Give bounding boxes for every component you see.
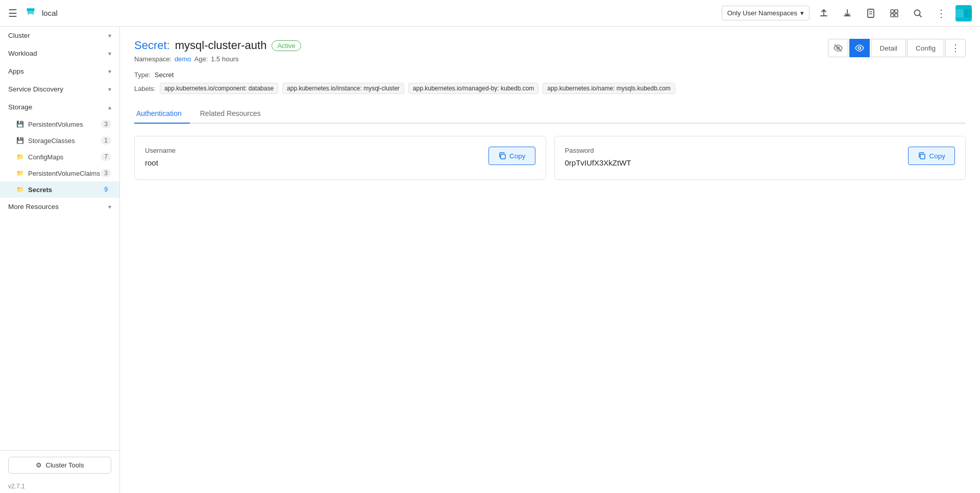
grid-button[interactable] [885, 4, 903, 22]
label-tag-0: app.kubernetes.io/component: database [160, 83, 278, 94]
chevron-down-icon: ▾ [108, 32, 111, 39]
page-title-area: Secret: mysql-cluster-auth Active Namesp… [134, 39, 301, 63]
logo-icon [23, 5, 38, 22]
page-title: Secret: mysql-cluster-auth Active [134, 39, 301, 52]
sidebar-label-pvc: PersistentVolumeClaims [28, 170, 100, 177]
sidebar-item-cluster[interactable]: Cluster ▾ [0, 27, 119, 44]
age-value: 1.5 hours [211, 55, 238, 63]
folder-icon: 📁 [16, 186, 24, 193]
label-tag-2: app.kubernetes.io/managed-by: kubedb.com [408, 83, 539, 94]
tab-related-resources[interactable]: Related Resources [198, 104, 269, 124]
hide-button[interactable] [828, 39, 848, 57]
secret-cards: Username root Copy Password 0rpTvIUfX3Xk… [134, 136, 966, 180]
sidebar-item-more-resources[interactable]: More Resources ▾ [0, 198, 119, 216]
copy-password-button[interactable]: Copy [908, 147, 955, 165]
more-actions-button[interactable]: ⋮ [945, 39, 966, 57]
copy-password-label: Copy [929, 152, 945, 160]
namespace-selector-label: Only User Namespaces [727, 9, 797, 17]
age-label: Age: [194, 55, 208, 63]
main-content: Secret: mysql-cluster-auth Active Namesp… [120, 27, 980, 493]
svg-rect-10 [891, 14, 894, 17]
labels-label: Labels: [134, 85, 156, 92]
svg-rect-9 [895, 10, 898, 13]
folder-icon: 📁 [16, 170, 24, 177]
config-button[interactable]: Config [907, 39, 944, 57]
sidebar-bottom: ⚙ Cluster Tools [0, 450, 119, 480]
sidebar-item-config-maps[interactable]: 📁 ConfigMaps 7 [0, 149, 119, 165]
svg-rect-17 [501, 154, 505, 159]
password-value: 0rpTvIUfX3XkZtWT [565, 158, 631, 167]
version-text: v2.7.1 [0, 480, 119, 493]
tab-authentication[interactable]: Authentication [134, 104, 190, 124]
sidebar-item-pvc[interactable]: 📁 PersistentVolumeClaims 3 [0, 165, 119, 181]
topbar-left: ☰ local [8, 5, 58, 22]
folder-icon: 📁 [16, 153, 24, 160]
config-maps-count: 7 [101, 153, 111, 161]
label-tag-1: app.kubernetes.io/instance: mysql-cluste… [282, 83, 404, 94]
chevron-down-icon: ▾ [108, 50, 111, 57]
labels-row: Labels: app.kubernetes.io/component: dat… [134, 83, 966, 94]
brand-logo-svg [23, 5, 38, 19]
chevron-down-icon: ▾ [108, 68, 111, 75]
svg-point-16 [859, 47, 861, 50]
sidebar-item-apps[interactable]: Apps ▾ [0, 62, 119, 80]
page-header: Secret: mysql-cluster-auth Active Namesp… [134, 39, 966, 63]
persistent-volumes-count: 3 [101, 120, 111, 128]
file-button[interactable] [862, 4, 880, 22]
secrets-count: 9 [101, 185, 111, 194]
username-value: root [145, 158, 176, 167]
username-card: Username root Copy [134, 136, 546, 180]
namespace-value[interactable]: demo [175, 55, 191, 63]
svg-rect-5 [868, 9, 874, 17]
layout: Cluster ▾ Workload ▾ Apps ▾ Service Disc… [0, 27, 980, 493]
sidebar-item-service-discovery[interactable]: Service Discovery ▾ [0, 80, 119, 98]
resource-name: mysql-cluster-auth [175, 39, 267, 52]
svg-rect-11 [895, 14, 898, 17]
cluster-tools-button[interactable]: ⚙ Cluster Tools [8, 457, 111, 474]
svg-line-13 [919, 15, 921, 17]
sidebar-item-workload[interactable]: Workload ▾ [0, 44, 119, 62]
username-label: Username [145, 147, 176, 154]
sidebar-item-storage[interactable]: Storage ▴ [0, 98, 119, 116]
disk-icon: 💾 [16, 121, 24, 128]
chevron-up-icon: ▴ [108, 104, 111, 111]
hamburger-icon[interactable]: ☰ [8, 7, 17, 19]
detail-button[interactable]: Detail [871, 39, 906, 57]
sidebar-label-persistent-volumes: PersistentVolumes [28, 121, 83, 128]
type-label: Type: [134, 71, 151, 79]
chevron-down-icon: ▾ [800, 9, 804, 17]
svg-rect-18 [920, 154, 925, 159]
logo: local [23, 5, 58, 22]
download-button[interactable] [838, 4, 856, 22]
tabs: Authentication Related Resources [134, 104, 966, 124]
storage-classes-count: 1 [101, 136, 111, 145]
page-meta: Namespace: demo Age: 1.5 hours [134, 55, 301, 63]
chevron-down-icon: ▾ [108, 203, 111, 210]
gear-icon: ⚙ [36, 461, 42, 469]
copy-username-button[interactable]: Copy [488, 147, 535, 165]
upload-button[interactable] [815, 4, 833, 22]
password-label: Password [565, 147, 631, 154]
namespace-selector[interactable]: Only User Namespaces ▾ [722, 6, 810, 20]
sidebar-label-storage-classes: StorageClasses [28, 137, 75, 145]
sidebar-item-persistent-volumes[interactable]: 💾 PersistentVolumes 3 [0, 116, 119, 132]
label-tag-3: app.kubernetes.io/name: mysqls.kubedb.co… [543, 83, 675, 94]
status-badge: Active [272, 40, 301, 51]
action-buttons: Detail Config ⋮ [828, 39, 966, 57]
copy-username-label: Copy [509, 152, 526, 160]
sidebar-item-storage-classes[interactable]: 💾 StorageClasses 1 [0, 132, 119, 149]
cluster-tools-label: Cluster Tools [46, 461, 84, 469]
user-avatar [955, 5, 972, 21]
more-options-button[interactable]: ⋮ [932, 4, 950, 22]
sidebar-item-secrets[interactable]: 📁 Secrets 9 [0, 181, 119, 198]
sidebar-label-config-maps: ConfigMaps [28, 153, 63, 161]
pvc-count: 3 [101, 169, 111, 177]
svg-rect-8 [891, 10, 894, 13]
sidebar: Cluster ▾ Workload ▾ Apps ▾ Service Disc… [0, 27, 120, 493]
type-value: Secret [155, 71, 174, 79]
topbar-right: Only User Namespaces ▾ ⋮ [722, 4, 972, 22]
search-button[interactable] [909, 4, 927, 22]
view-button[interactable] [849, 39, 870, 57]
password-card: Password 0rpTvIUfX3XkZtWT Copy [554, 136, 966, 180]
type-row: Type: Secret [134, 71, 966, 79]
